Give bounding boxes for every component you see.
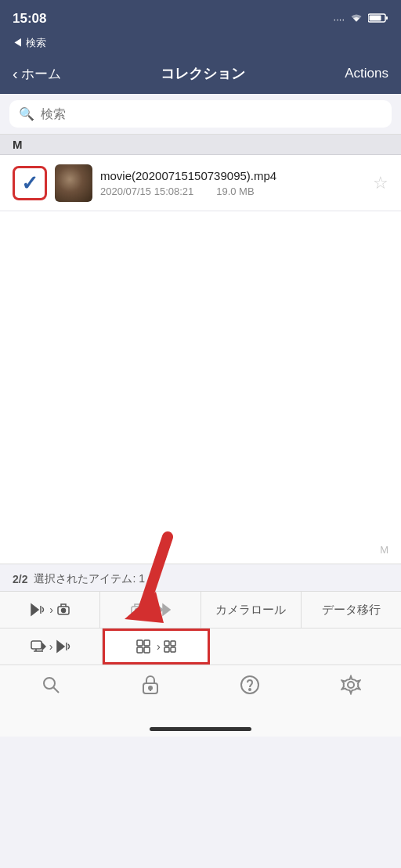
section-header-m: M <box>0 135 401 155</box>
back-chevron-icon: ‹ <box>13 65 18 83</box>
svg-marker-3 <box>31 604 38 615</box>
empty-area-label: M <box>380 544 388 556</box>
empty-area: M <box>0 211 401 564</box>
svg-point-30 <box>149 686 152 690</box>
svg-point-6 <box>61 609 65 613</box>
svg-rect-21 <box>164 641 169 646</box>
search-input[interactable] <box>41 107 382 121</box>
arrow-icon1: › <box>49 603 53 616</box>
svg-rect-24 <box>171 647 175 652</box>
toolbar-selected-label: 選択されたアイテム: 1 <box>34 572 145 586</box>
bottom-toolbar: 2/2 選択されたアイテム: 1 › › <box>0 564 401 665</box>
status-bar: 15:08 ···· <box>0 0 401 34</box>
nav-back-button[interactable]: ‹ ホーム <box>13 65 61 83</box>
tab-search[interactable] <box>28 668 74 706</box>
back-search[interactable]: ◀ 検索 <box>13 36 388 50</box>
search-bar: 🔍 <box>9 100 392 128</box>
svg-rect-1 <box>386 16 388 20</box>
file-thumb-image <box>55 164 92 202</box>
svg-rect-17 <box>137 640 143 646</box>
toolbar-btn-screen-to-video[interactable]: › <box>0 628 103 665</box>
svg-marker-10 <box>163 604 170 615</box>
svg-rect-19 <box>137 647 143 653</box>
battery-icon <box>368 13 388 26</box>
camera-roll-label[interactable]: カメラロール <box>215 603 286 618</box>
toolbar-buttons-row1: › › カメラロール データ移行 <box>0 591 401 628</box>
toolbar-buttons-row2: › › <box>0 628 401 665</box>
status-icons: ···· <box>334 13 388 26</box>
file-info: movie(20200715150739095).mp4 2020/07/15 … <box>100 168 373 198</box>
signal-icon: ···· <box>334 13 345 25</box>
toolbar-btn-empty <box>210 628 402 665</box>
tab-bar <box>0 665 401 721</box>
file-meta: 2020/07/15 15:08:21 19.0 MB <box>100 185 373 197</box>
gear-tab-icon <box>341 675 361 700</box>
toolbar-btn-video-to-audio[interactable]: › <box>0 592 100 628</box>
file-checkbox[interactable]: ✓ <box>13 166 47 200</box>
file-star-icon[interactable]: ☆ <box>373 173 388 193</box>
nav-title: コレクション <box>161 64 245 83</box>
question-tab-icon <box>240 675 260 700</box>
toolbar-btn-camera-roll[interactable]: カメラロール <box>201 592 302 628</box>
svg-point-34 <box>348 682 354 688</box>
data-migration-label[interactable]: データ移行 <box>322 603 381 618</box>
arrow-icon3: › <box>49 640 53 653</box>
arrow-icon4: › <box>157 640 161 653</box>
file-date: 2020/07/15 15:08:21 <box>100 185 193 197</box>
toolbar-btn-grid-convert[interactable]: › <box>103 628 209 665</box>
svg-point-27 <box>44 678 55 689</box>
file-item[interactable]: ✓ movie(20200715150739095).mp4 2020/07/1… <box>0 155 401 211</box>
toolbar-page-count: 2/2 <box>13 573 27 585</box>
svg-rect-23 <box>164 647 169 652</box>
tab-settings[interactable] <box>328 668 374 706</box>
file-list: ✓ movie(20200715150739095).mp4 2020/07/1… <box>0 155 401 211</box>
lock-tab-icon <box>142 675 159 700</box>
svg-line-28 <box>53 687 59 693</box>
search-icon: 🔍 <box>19 106 34 121</box>
toolbar-btn-audio-to-video[interactable]: › <box>100 592 200 628</box>
nav-bar: ‹ ホーム コレクション Actions <box>0 53 401 94</box>
nav-actions-button[interactable]: Actions <box>345 66 388 81</box>
svg-rect-22 <box>171 641 175 646</box>
file-size: 19.0 MB <box>216 185 254 197</box>
home-indicator <box>0 721 401 737</box>
file-name: movie(20200715150739095).mp4 <box>100 168 373 184</box>
svg-rect-2 <box>370 15 381 20</box>
svg-point-33 <box>249 689 251 690</box>
search-tab-icon <box>41 675 61 700</box>
svg-rect-18 <box>144 640 150 646</box>
svg-marker-15 <box>57 641 64 652</box>
back-search-label[interactable]: ◀ 検索 <box>13 36 46 50</box>
file-thumbnail <box>55 164 92 202</box>
tab-help[interactable] <box>227 668 273 706</box>
wifi-icon <box>349 13 363 26</box>
svg-marker-9 <box>156 604 163 615</box>
toolbar-btn-data-migration[interactable]: データ移行 <box>302 592 401 628</box>
toolbar-status: 2/2 選択されたアイテム: 1 <box>0 569 401 591</box>
checkbox-checkmark-icon: ✓ <box>21 173 38 193</box>
sub-status: ◀ 検索 <box>0 34 401 53</box>
search-bar-container: 🔍 <box>0 94 401 135</box>
nav-back-label[interactable]: ホーム <box>21 65 61 83</box>
svg-rect-11 <box>31 641 42 649</box>
svg-point-8 <box>135 609 139 613</box>
svg-marker-14 <box>42 643 45 650</box>
tab-lock[interactable] <box>129 668 172 706</box>
svg-rect-20 <box>144 647 150 653</box>
status-time: 15:08 <box>13 11 46 27</box>
home-bar <box>150 727 251 731</box>
arrow-icon2: › <box>147 603 151 616</box>
